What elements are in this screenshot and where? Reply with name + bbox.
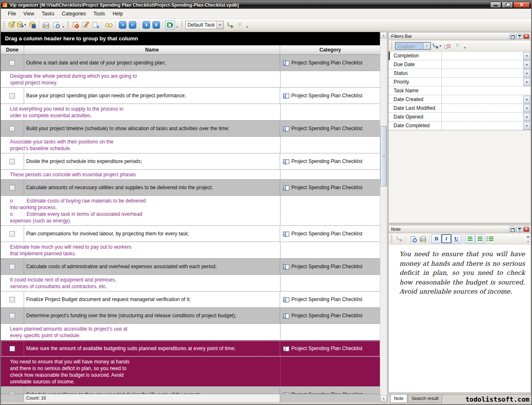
menu-tools[interactable]: Tools xyxy=(90,9,109,18)
task-note-row[interactable]: Learn planned amounts accessible to proj… xyxy=(1,324,380,341)
task-checkbox[interactable] xyxy=(10,313,15,319)
move-to-top-button[interactable] xyxy=(151,20,161,30)
delete-task-button[interactable] xyxy=(90,20,100,30)
filter-row-due-date[interactable]: Due Date▼ xyxy=(389,60,531,69)
apply-filter-button[interactable]: ▼ xyxy=(432,41,443,50)
task-row[interactable]: Calculate costs of administrative and ov… xyxy=(1,259,380,275)
task-row[interactable]: Make sure the amount of available budget… xyxy=(1,341,380,357)
edit-task-button[interactable] xyxy=(80,20,90,30)
align-left-button[interactable] xyxy=(465,234,475,243)
erase-filter-button[interactable] xyxy=(443,41,453,50)
toolbar-options-icon[interactable]: ▾ xyxy=(61,20,66,30)
remove-task-type-button[interactable] xyxy=(235,20,245,30)
column-header-done[interactable]: Done xyxy=(1,45,24,54)
assign-task-type-button[interactable] xyxy=(225,20,235,30)
panel-restore-icon[interactable] xyxy=(509,227,515,232)
filter-dropdown-icon[interactable]: ▼ xyxy=(523,78,530,86)
toolbar-options-icon[interactable]: ▾ xyxy=(175,20,180,30)
task-checkbox[interactable] xyxy=(10,297,15,302)
filter-row-status[interactable]: Status▼ xyxy=(389,69,531,78)
bold-button[interactable] xyxy=(431,234,441,243)
dropdown-arrow-icon[interactable]: ▼ xyxy=(439,44,442,47)
filter-dropdown-icon[interactable]: ▼ xyxy=(523,61,530,69)
scroll-down-icon[interactable]: ▼ xyxy=(380,395,387,402)
group-by-hint[interactable]: Drag a column header here to group by th… xyxy=(1,32,387,45)
task-note-row[interactable]: Designate the whole period during which … xyxy=(1,71,380,88)
filter-row-date-completed[interactable]: Date Completed▼ xyxy=(389,121,531,130)
new-task-button[interactable] xyxy=(70,20,80,30)
filter-value-field[interactable] xyxy=(442,104,523,112)
filter-value-field[interactable] xyxy=(442,121,523,130)
bullet-list-button[interactable] xyxy=(485,234,495,243)
filter-value-field[interactable] xyxy=(442,69,523,77)
toolbar-options-icon[interactable]: ▾ xyxy=(463,41,467,50)
menu-view[interactable]: View xyxy=(20,9,38,18)
filter-value-field[interactable] xyxy=(442,86,531,95)
column-header-category[interactable]: Category xyxy=(280,45,380,54)
toolbar-overflow-icon[interactable]: »▾ xyxy=(527,234,530,244)
dropdown-arrow-icon[interactable]: ▼ xyxy=(24,23,27,26)
scrollbar-track[interactable] xyxy=(380,39,387,395)
task-row[interactable]: Build your project timeline (schedule) t… xyxy=(1,121,380,137)
filter-dropdown-icon[interactable]: ▼ xyxy=(523,104,530,112)
task-checkbox[interactable] xyxy=(10,346,15,351)
panel-close-icon[interactable] xyxy=(523,34,530,39)
task-note-row[interactable]: Estimate how much you will need to pay o… xyxy=(1,242,380,259)
task-row[interactable]: Divide the project schedule into expendi… xyxy=(1,153,380,170)
restore-button[interactable] xyxy=(502,2,513,8)
filter-row-date-created[interactable]: Date Created▼ xyxy=(389,95,531,104)
new-database-button[interactable] xyxy=(6,20,16,30)
filter-row-task-name[interactable]: Task Name xyxy=(389,86,531,95)
task-checkbox[interactable] xyxy=(10,185,15,190)
vertical-scrollbar[interactable]: ▲ ▼ xyxy=(380,32,387,402)
filter-value-field[interactable] xyxy=(442,113,523,121)
italic-button[interactable] xyxy=(441,234,451,243)
find-button[interactable] xyxy=(104,20,114,30)
task-row[interactable]: Outline a start date and end date of you… xyxy=(1,55,380,71)
open-database-button[interactable]: ▼ xyxy=(16,20,27,30)
panel-pin-icon[interactable] xyxy=(516,34,522,39)
combo-dropdown-icon[interactable]: ▼ xyxy=(217,21,223,29)
note-editor[interactable]: You need to ensure that you will have mo… xyxy=(389,244,531,393)
menu-file[interactable]: File xyxy=(4,9,20,18)
task-checkbox[interactable] xyxy=(10,93,15,99)
task-checkbox[interactable] xyxy=(10,159,15,164)
filter-row-date-opened[interactable]: Date Opened▼ xyxy=(389,113,531,121)
toolbar-options-icon[interactable]: ▾ xyxy=(245,20,249,30)
close-button[interactable] xyxy=(513,2,530,8)
filter-row-date-last-modified[interactable]: Date Last Modified▼ xyxy=(389,104,531,113)
task-checkbox[interactable] xyxy=(10,231,15,237)
underline-button[interactable] xyxy=(451,234,461,243)
filter-dropdown-icon[interactable]: ▼ xyxy=(523,122,530,130)
task-checkbox[interactable] xyxy=(10,126,15,131)
filter-dropdown-icon[interactable]: ▼ xyxy=(523,52,530,60)
filter-dropdown-icon[interactable]: ▼ xyxy=(523,96,530,104)
menu-tasks[interactable]: Tasks xyxy=(38,9,58,18)
save-database-button[interactable] xyxy=(27,20,37,30)
filter-preset-combobox[interactable]: Custom▼ xyxy=(395,42,431,50)
minimize-button[interactable] xyxy=(490,2,501,8)
filter-row-completion[interactable]: Completion▼ xyxy=(389,52,531,60)
apply-note-button[interactable] xyxy=(394,234,404,243)
print-note-button[interactable] xyxy=(418,234,428,243)
move-up-button[interactable] xyxy=(128,20,138,30)
task-note-row[interactable]: Associate your tasks with their position… xyxy=(1,137,380,153)
task-row[interactable]: Schedule expenditures as they are expect… xyxy=(1,387,380,394)
filter-dropdown-icon[interactable]: ▼ xyxy=(523,113,530,121)
panel-restore-icon[interactable] xyxy=(509,34,515,39)
task-row[interactable]: Finalize Project Budget document and req… xyxy=(1,291,380,308)
task-note-row[interactable]: These periods can coincide with essentia… xyxy=(1,170,380,180)
task-row[interactable]: Plan compensations for involved labour, … xyxy=(1,226,380,242)
combo-dropdown-icon[interactable]: ▼ xyxy=(424,42,431,49)
align-right-button[interactable] xyxy=(475,234,485,243)
task-row[interactable]: Determine project's funding over the tim… xyxy=(1,308,380,324)
filter-value-field[interactable] xyxy=(442,60,523,69)
panel-close-icon[interactable] xyxy=(523,227,530,232)
task-row[interactable]: Calculate amounts of necessary utilities… xyxy=(1,180,380,196)
filter-value-field[interactable] xyxy=(442,95,523,104)
print-preview-button[interactable] xyxy=(51,20,61,30)
task-note-row[interactable]: o Estimate costs of buying raw materials… xyxy=(1,196,380,226)
menu-categories[interactable]: Categories xyxy=(58,9,90,18)
move-down-button[interactable] xyxy=(118,20,128,30)
move-to-bottom-button[interactable] xyxy=(141,20,151,30)
